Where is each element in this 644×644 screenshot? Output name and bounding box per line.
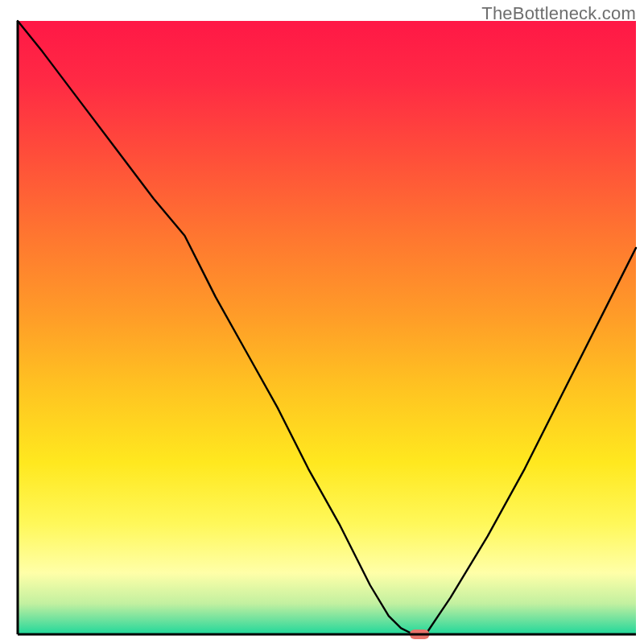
watermark-text: TheBottleneck.com — [481, 3, 636, 24]
chart-svg — [0, 0, 644, 644]
svg-rect-0 — [18, 21, 636, 634]
bottleneck-chart: TheBottleneck.com — [0, 0, 644, 644]
